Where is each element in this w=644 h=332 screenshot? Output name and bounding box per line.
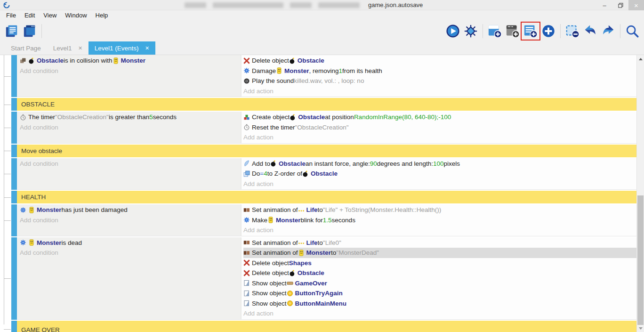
add-condition-placeholder[interactable]: Add condition bbox=[20, 66, 241, 76]
comment-row[interactable]: GAME OVER bbox=[0, 321, 636, 332]
sentence-text: is greater than bbox=[109, 113, 149, 121]
condition-line[interactable]: Monster is dead bbox=[20, 238, 241, 248]
event-selection-strip[interactable] bbox=[11, 158, 17, 190]
conditions-cell: Obstacle is in collision with MonsterAdd… bbox=[17, 55, 241, 97]
actions-cell: Set animation of Life to "Life" + ToStri… bbox=[241, 204, 636, 236]
sentence-text: Set animation of bbox=[252, 206, 298, 213]
comment-row[interactable]: HEALTH bbox=[0, 191, 636, 203]
conditions-cell: Monster has just been damagedAdd conditi… bbox=[17, 204, 241, 236]
search-button[interactable] bbox=[624, 23, 640, 39]
action-line[interactable]: Show object ButtonTryAgain bbox=[243, 288, 636, 299]
comment-text: HEALTH bbox=[17, 191, 636, 203]
play-button[interactable] bbox=[445, 23, 461, 39]
add-action-placeholder[interactable]: Add action bbox=[243, 225, 636, 235]
add-condition-placeholder[interactable]: Add condition bbox=[20, 122, 241, 133]
button-icon bbox=[287, 290, 293, 297]
sentence-text: Show object bbox=[252, 290, 287, 297]
project-manager-icon bbox=[5, 24, 19, 38]
object-name: ButtonMainMenu bbox=[295, 300, 346, 307]
menu-item-window[interactable]: Window bbox=[61, 10, 91, 21]
action-line[interactable]: Delete object Obstacle bbox=[243, 268, 636, 278]
add-action-placeholder[interactable]: Add action bbox=[243, 179, 636, 189]
action-line[interactable]: Play the sound killed.wav, vol.: , loop:… bbox=[243, 76, 636, 86]
sentence-text: seconds bbox=[332, 217, 355, 224]
condition-line[interactable]: The timer "ObstacleCreation" is greater … bbox=[20, 112, 241, 122]
add-condition-placeholder[interactable]: Add condition bbox=[20, 159, 241, 169]
action-line[interactable]: Make Monster blink for 1.5 seconds bbox=[243, 215, 636, 226]
menu-item-edit[interactable]: Edit bbox=[20, 10, 39, 21]
minimize-button[interactable]: – bbox=[596, 0, 612, 10]
editors-button[interactable] bbox=[22, 23, 38, 39]
scrollbar-thumb[interactable] bbox=[637, 195, 644, 325]
event-selection-strip[interactable] bbox=[11, 145, 17, 157]
debugger-button[interactable] bbox=[463, 23, 479, 39]
event-gutter bbox=[0, 191, 11, 203]
tab-level1-events-[interactable]: Level1 (Events)× bbox=[89, 41, 155, 55]
actions-cell: Add to Obstacle an instant force, angle:… bbox=[241, 158, 636, 190]
action-line[interactable]: Set animation of Life to "Life0" bbox=[243, 238, 636, 248]
add-action-placeholder[interactable]: Add action bbox=[243, 308, 636, 319]
action-line[interactable]: Set animation of Life to "Life" + ToStri… bbox=[243, 205, 636, 215]
actions-cell: Delete object ObstacleDamage Monster, re… bbox=[241, 55, 636, 97]
action-line[interactable]: Do = 4 to Z-order of Obstacle bbox=[243, 169, 636, 179]
tab-level1[interactable]: Level1× bbox=[47, 41, 89, 55]
event-selection-strip[interactable] bbox=[11, 55, 17, 97]
close-button[interactable]: × bbox=[628, 0, 644, 10]
add-object-button[interactable] bbox=[487, 23, 503, 39]
sentence-text: Delete object bbox=[252, 269, 289, 276]
action-line[interactable]: Delete object Obstacle bbox=[243, 56, 636, 66]
redo-button[interactable] bbox=[600, 23, 616, 39]
restore-button[interactable] bbox=[612, 0, 628, 10]
tab-start-page[interactable]: Start Page bbox=[5, 41, 47, 55]
event-selection-strip[interactable] bbox=[11, 204, 17, 236]
monster-icon bbox=[28, 207, 35, 213]
tab-close-icon[interactable]: × bbox=[79, 44, 82, 52]
object-name: Obstacle bbox=[311, 170, 338, 177]
action-line[interactable]: Show object GameOver bbox=[243, 278, 636, 289]
action-line[interactable]: Show object ButtonMainMenu bbox=[243, 299, 636, 309]
bomb-icon bbox=[289, 57, 296, 64]
event-selection-strip[interactable] bbox=[11, 112, 17, 144]
event-selection-strip[interactable] bbox=[11, 98, 17, 111]
action-line[interactable]: Create object Obstacle at position Rando… bbox=[243, 112, 636, 122]
action-line[interactable]: Delete object Shapes bbox=[243, 258, 636, 268]
actions-cell: Create object Obstacle at position Rando… bbox=[241, 112, 636, 143]
condition-line[interactable]: Monster has just been damaged bbox=[20, 205, 241, 215]
add-comment-icon bbox=[506, 24, 520, 38]
vertical-scrollbar[interactable] bbox=[636, 55, 644, 332]
project-manager-button[interactable] bbox=[4, 23, 20, 39]
event-row: Monster has just been damagedAdd conditi… bbox=[0, 204, 636, 236]
menu-item-file[interactable]: File bbox=[2, 10, 20, 21]
delete-icon bbox=[243, 259, 250, 266]
sentence-text: to bbox=[318, 239, 323, 246]
action-line[interactable]: Reset the timer "ObstacleCreation" bbox=[243, 122, 636, 133]
menu-item-view[interactable]: View bbox=[39, 10, 61, 21]
menu-item-help[interactable]: Help bbox=[91, 10, 113, 21]
add-condition-placeholder[interactable]: Add condition bbox=[20, 248, 241, 258]
comment-row[interactable]: Move obstacle bbox=[0, 145, 636, 157]
action-line[interactable]: Add to Obstacle an instant force, angle:… bbox=[243, 159, 636, 169]
toolbar-separator bbox=[560, 24, 561, 38]
event-selection-strip[interactable] bbox=[11, 191, 17, 203]
add-action-placeholder[interactable]: Add action bbox=[243, 86, 636, 97]
scroll-down-button[interactable] bbox=[637, 324, 644, 332]
undo-button[interactable] bbox=[582, 23, 598, 39]
action-line[interactable]: Set animation of Monster to "MonsterDead… bbox=[243, 248, 636, 258]
add-comment-button[interactable] bbox=[505, 23, 521, 39]
scroll-up-button[interactable] bbox=[637, 55, 644, 63]
parameter-value: 90 bbox=[370, 160, 377, 167]
tab-close-icon[interactable]: × bbox=[145, 44, 149, 52]
add-subevent-button[interactable] bbox=[540, 23, 556, 39]
operator-text: = bbox=[260, 170, 264, 177]
action-line[interactable]: Damage Monster, removing 1 from its heal… bbox=[243, 66, 636, 76]
event-selection-strip[interactable] bbox=[11, 321, 17, 332]
condition-line[interactable]: Obstacle is in collision with Monster bbox=[20, 56, 241, 66]
add-action-placeholder[interactable]: Add action bbox=[243, 132, 636, 143]
event-selection-strip[interactable] bbox=[11, 237, 17, 320]
add-condition-placeholder[interactable]: Add condition bbox=[20, 215, 241, 226]
comment-row[interactable]: OBSTACLE bbox=[0, 98, 636, 111]
delete-selection-button[interactable] bbox=[564, 23, 580, 39]
add-event-button[interactable] bbox=[523, 23, 539, 39]
sentence-text: to bbox=[318, 206, 323, 213]
animation-icon bbox=[243, 239, 250, 246]
